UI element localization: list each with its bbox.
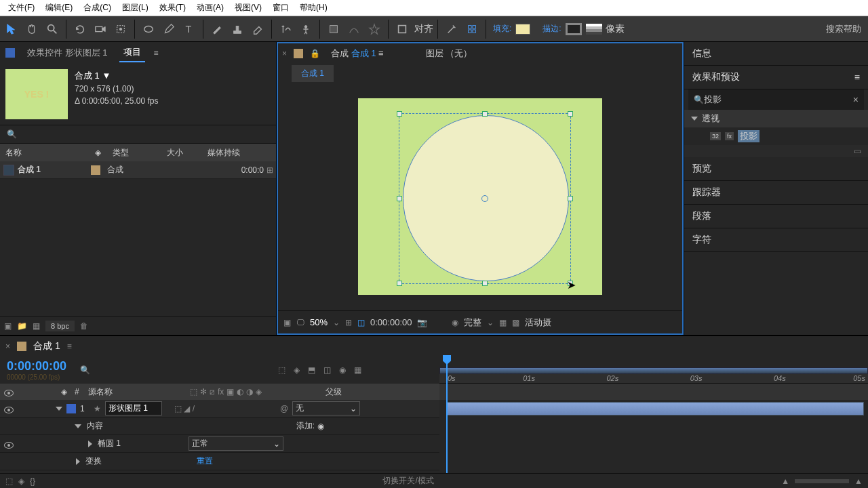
pickwhip-icon[interactable]: @ xyxy=(280,404,288,413)
shy-icon[interactable]: ⬒ xyxy=(308,365,315,375)
handle-tr[interactable] xyxy=(568,111,573,117)
efx-category-perspective[interactable]: 透视 xyxy=(684,110,868,127)
pen-tool-icon[interactable] xyxy=(159,20,178,39)
panel-effects-presets[interactable]: 效果和预设 ≡ xyxy=(684,66,868,89)
switch-collapse-icon[interactable]: ◑ xyxy=(246,387,253,396)
hand-tool-icon[interactable] xyxy=(22,20,41,39)
layer1-name-input[interactable]: 形状图层 1 xyxy=(105,401,162,415)
handle-bl[interactable] xyxy=(397,281,402,286)
tl-menu-icon[interactable]: ≡ xyxy=(67,342,72,351)
fill-label[interactable]: 填充: xyxy=(493,23,511,35)
folder-icon[interactable]: 📁 xyxy=(17,321,27,331)
panel-character[interactable]: 字符 xyxy=(684,228,868,252)
layer1-visibility-icon[interactable] xyxy=(4,407,14,413)
contents-row[interactable]: 内容 添加: ◉ xyxy=(0,418,439,435)
shape-mode-icon[interactable] xyxy=(324,20,343,39)
brush-tool-icon[interactable] xyxy=(208,20,226,39)
ellipse-expand-icon[interactable] xyxy=(88,441,92,447)
menu-layer[interactable]: 图层(L) xyxy=(117,0,154,16)
playhead[interactable] xyxy=(446,357,448,473)
trash-icon[interactable]: 🗑 xyxy=(80,321,88,331)
menu-effect[interactable]: 效果(T) xyxy=(154,0,191,16)
item-label-color[interactable] xyxy=(91,165,100,175)
brackets-icon[interactable]: {} xyxy=(30,476,35,486)
zoom-level[interactable]: 50% xyxy=(310,317,328,327)
interpret-icon[interactable]: ▣ xyxy=(4,321,12,331)
expand-icon[interactable] xyxy=(691,117,698,121)
switch-mb-icon[interactable]: fx xyxy=(218,387,224,396)
color-mgmt-icon[interactable]: ◉ xyxy=(452,318,458,327)
layer-row-1[interactable]: 1 ★ 形状图层 1 ⬚ ◢ / @ 无⌄ xyxy=(0,400,439,418)
layer1-expand-icon[interactable] xyxy=(56,407,62,411)
search-icon[interactable]: 🔍 xyxy=(7,129,17,139)
tl-tab[interactable]: 合成 1 xyxy=(33,340,60,352)
header-media[interactable]: 媒体持续 xyxy=(202,147,276,159)
label-icon[interactable]: ◈ xyxy=(95,148,101,157)
efx-search-input[interactable] xyxy=(704,95,853,105)
switch-fx-icon[interactable]: ✻ xyxy=(200,387,207,396)
quality-arrow-icon[interactable]: ⌄ xyxy=(487,318,494,327)
menu-view[interactable]: 视图(V) xyxy=(229,0,267,16)
bezier-icon[interactable] xyxy=(344,20,363,39)
tab-effect-controls[interactable]: 效果控件 形状图层 1 xyxy=(23,44,111,62)
header-type[interactable]: 类型 xyxy=(107,147,161,159)
fill-swatch[interactable] xyxy=(515,24,530,35)
label-header-icon[interactable]: ◈ xyxy=(61,387,75,396)
visibility-header-icon[interactable] xyxy=(4,390,14,396)
handle-ml[interactable] xyxy=(397,196,402,201)
transform-row[interactable]: 变换 重置 xyxy=(0,453,439,470)
quality-dropdown[interactable]: 完整 xyxy=(464,317,481,329)
menu-anim[interactable]: 动画(A) xyxy=(191,0,229,16)
camera-dropdown[interactable]: 活动摄 xyxy=(525,317,551,329)
pan-behind-tool-icon[interactable] xyxy=(111,20,130,39)
efx-menu-icon[interactable]: ≡ xyxy=(854,72,860,83)
alpha-icon[interactable]: ▣ xyxy=(283,318,291,327)
frame-blend-icon[interactable]: ◫ xyxy=(323,365,331,375)
flowchart-icon[interactable]: ⊞ xyxy=(267,165,273,175)
align-box-icon[interactable] xyxy=(393,20,412,39)
star-icon[interactable] xyxy=(365,20,384,39)
orbit-tool-icon[interactable] xyxy=(71,20,90,39)
anchor-point[interactable] xyxy=(481,195,488,202)
tl-close-icon[interactable]: × xyxy=(5,342,10,351)
canvas[interactable]: ➤ xyxy=(358,98,602,295)
current-time[interactable]: 0:00:00:00 xyxy=(370,317,412,327)
snap-icon[interactable] xyxy=(462,20,481,39)
guides-icon[interactable]: ▩ xyxy=(512,318,519,327)
panel-preview[interactable]: 预览 xyxy=(684,157,868,181)
switch-adj-icon[interactable]: ▣ xyxy=(226,387,234,396)
zoom-in-icon[interactable]: ▲ xyxy=(854,476,863,486)
panel-info[interactable]: 信息 xyxy=(684,42,868,66)
stamp-tool-icon[interactable] xyxy=(228,20,247,39)
zoom-out-icon[interactable]: ▲ xyxy=(781,476,789,486)
clear-search-icon[interactable]: × xyxy=(853,94,859,105)
grid-icon[interactable]: ▦ xyxy=(499,318,507,327)
transform-expand-icon[interactable] xyxy=(76,458,80,465)
panel-menu-icon[interactable]: ≡ xyxy=(153,48,158,58)
selection-bbox[interactable]: ➤ xyxy=(399,113,571,284)
layer1-parent-dropdown[interactable]: 无⌄ xyxy=(292,401,360,415)
layer1-color[interactable] xyxy=(66,404,76,413)
header-size[interactable]: 大小 xyxy=(161,147,202,159)
graph-editor-icon[interactable]: ▦ xyxy=(354,365,361,375)
search-help-input[interactable]: 搜索帮助 xyxy=(826,23,861,35)
viewport[interactable]: ➤ xyxy=(278,83,682,310)
add-button-icon[interactable]: ◉ xyxy=(317,422,324,431)
timeline-track-area[interactable]: 0s 01s 02s 03s 04s 05s xyxy=(439,357,868,473)
efx-search-box[interactable]: 🔍 × xyxy=(688,89,864,110)
project-item-row[interactable]: 合成 1 合成 0:00:0 ⊞ xyxy=(0,161,276,179)
bpc-button[interactable]: 8 bpc xyxy=(45,321,75,331)
menu-comp[interactable]: 合成(C) xyxy=(78,0,117,16)
toggle-modes-icon[interactable]: ◈ xyxy=(18,476,24,486)
ellipse-tool-icon[interactable] xyxy=(139,20,158,39)
zoom-dropdown-icon[interactable]: ⌄ xyxy=(333,318,340,327)
ellipse-visibility-icon[interactable] xyxy=(4,442,14,449)
switch-shy-icon[interactable]: ⬚ xyxy=(190,387,197,396)
header-parent[interactable]: 父级 xyxy=(326,386,342,398)
handle-tl[interactable] xyxy=(397,111,402,117)
panel-tracker[interactable]: 跟踪器 xyxy=(684,181,868,205)
ellipse-mode-dropdown[interactable]: 正常⌄ xyxy=(189,436,283,451)
handle-mr[interactable] xyxy=(568,196,573,201)
menu-help[interactable]: 帮助(H) xyxy=(294,0,333,16)
zoom-slider[interactable] xyxy=(795,479,849,483)
